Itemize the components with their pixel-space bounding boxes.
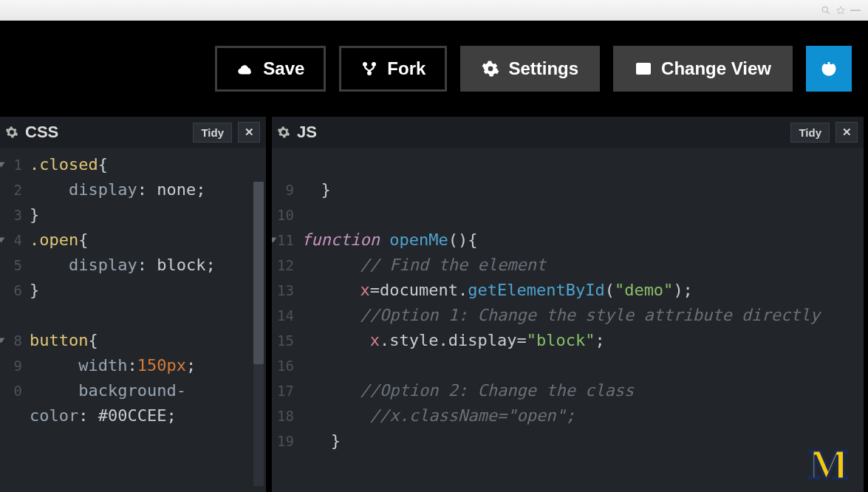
js-panel-title: JS	[297, 123, 317, 142]
svg-point-2	[363, 63, 366, 66]
css-code[interactable]: .closed{ display: none;}.open{ display: …	[25, 148, 266, 492]
fork-label: Fork	[387, 58, 426, 79]
change-view-label: Change View	[661, 58, 771, 79]
css-scrollbar-thumb[interactable]	[253, 182, 264, 364]
gear-icon	[482, 60, 499, 78]
svg-line-1	[827, 11, 830, 13]
css-scrollbar[interactable]	[253, 182, 264, 486]
view-icon	[635, 60, 652, 78]
css-panel-gear-icon[interactable]	[4, 125, 19, 140]
js-editor[interactable]: 910111213141516171819 }function openMe()…	[272, 148, 864, 492]
change-view-button[interactable]: Change View	[613, 46, 793, 92]
settings-label: Settings	[508, 58, 578, 79]
star-icon[interactable]	[835, 5, 846, 16]
power-icon	[820, 60, 838, 78]
svg-point-4	[368, 72, 371, 75]
cloud-icon	[236, 60, 254, 78]
svg-point-3	[372, 63, 375, 66]
css-panel-title: CSS	[25, 123, 58, 142]
js-panel-header: JS Tidy ✕	[272, 117, 864, 148]
save-button[interactable]: Save	[215, 46, 326, 92]
css-tidy-button[interactable]: Tidy	[193, 123, 232, 143]
js-tidy-button[interactable]: Tidy	[790, 123, 830, 143]
fork-button[interactable]: Fork	[339, 46, 447, 92]
css-panel-header: CSS Tidy ✕	[0, 117, 266, 148]
css-panel: CSS Tidy ✕ 123456890 .closed{ display: n…	[0, 117, 266, 492]
settings-button[interactable]: Settings	[460, 46, 600, 92]
js-close-button[interactable]: ✕	[835, 122, 858, 143]
css-editor[interactable]: 123456890 .closed{ display: none;}.open{…	[0, 148, 266, 492]
michigan-logo: M	[808, 440, 846, 489]
toolbar: Save Fork Settings Change View	[0, 21, 868, 117]
menu-lines-icon[interactable]	[850, 5, 861, 16]
power-button[interactable]	[806, 46, 852, 92]
svg-point-6	[641, 66, 646, 71]
editor-panels: CSS Tidy ✕ 123456890 .closed{ display: n…	[0, 117, 868, 492]
zoom-icon[interactable]	[821, 5, 831, 16]
browser-chrome	[0, 0, 868, 21]
app: Save Fork Settings Change View	[0, 21, 868, 492]
save-label: Save	[263, 58, 304, 79]
js-panel-gear-icon[interactable]	[276, 125, 291, 140]
css-close-button[interactable]: ✕	[238, 122, 260, 143]
js-code[interactable]: }function openMe(){ // Find the element …	[297, 148, 864, 492]
js-gutter: 910111213141516171819	[272, 148, 297, 492]
css-gutter: 123456890	[0, 148, 25, 492]
js-panel: JS Tidy ✕ 910111213141516171819 }functio…	[272, 117, 864, 492]
fork-icon	[360, 60, 378, 78]
svg-point-0	[822, 7, 827, 12]
